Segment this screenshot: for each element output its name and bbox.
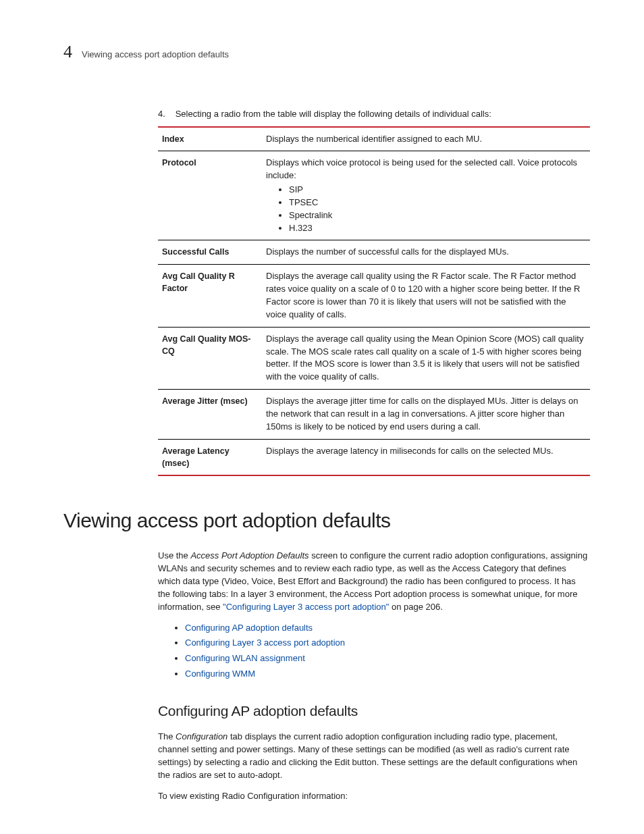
- table-row: Avg Call Quality R Factor Displays the a…: [158, 265, 590, 327]
- bullet-link[interactable]: Configuring Layer 3 access port adoption: [185, 637, 345, 648]
- table-row: Protocol Displays which voice protocol i…: [158, 151, 590, 240]
- list-item: Configuring Layer 3 access port adoption: [185, 637, 590, 650]
- section-intro: Use the Access Port Adoption Defaults sc…: [158, 550, 590, 613]
- table-row: Avg Call Quality MOS-CQ Displays the ave…: [158, 327, 590, 389]
- list-item: SIP: [289, 184, 585, 197]
- table-row: Index Displays the numberical identifier…: [158, 127, 590, 151]
- row-label: Protocol: [158, 151, 263, 240]
- link-bullets: Configuring AP adoption defaults Configu…: [158, 622, 590, 681]
- list-item: TPSEC: [289, 197, 585, 209]
- list-item: Configuring AP adoption defaults: [185, 622, 590, 635]
- row-desc: Displays the numberical identifier assig…: [263, 127, 590, 151]
- row-desc: Displays the average call quality using …: [263, 327, 590, 389]
- step-text: Selecting a radio from the table will di…: [176, 109, 491, 119]
- list-item: Spectralink: [289, 209, 585, 222]
- row-label: Average Latency (msec): [158, 439, 263, 475]
- intro-suffix: on page 206.: [389, 602, 443, 612]
- row-desc: Displays which voice protocol is being u…: [263, 151, 590, 240]
- list-item: H.323: [289, 222, 585, 235]
- running-title: Viewing access port adoption defaults: [82, 49, 229, 61]
- row-desc: Displays the average jitter time for cal…: [263, 390, 590, 440]
- row-desc: Displays the number of successful calls …: [263, 240, 590, 265]
- row-desc: Displays the average latency in miliseco…: [263, 439, 590, 475]
- intro-prefix: Use the: [158, 550, 190, 561]
- subsection-heading: Configuring AP adoption defaults: [158, 701, 590, 721]
- page-content: 4. Selecting a radio from the table will…: [158, 108, 590, 803]
- chapter-number: 4: [63, 39, 72, 65]
- step-number: 4.: [158, 108, 173, 121]
- row-desc: Displays the average call quality using …: [263, 265, 590, 327]
- step-line: 4. Selecting a radio from the table will…: [158, 108, 590, 121]
- intro-link[interactable]: "Configuring Layer 3 access port adoptio…: [223, 602, 389, 612]
- table-row: Average Latency (msec) Displays the aver…: [158, 439, 590, 475]
- call-details-table: Index Displays the numberical identifier…: [158, 126, 590, 476]
- p1-italic: Configuration: [176, 731, 227, 741]
- bullet-link[interactable]: Configuring WMM: [185, 669, 255, 679]
- protocol-list: SIP TPSEC Spectralink H.323: [266, 184, 585, 234]
- bullet-link[interactable]: Configuring AP adoption defaults: [185, 623, 313, 633]
- bullet-link[interactable]: Configuring WLAN assignment: [185, 653, 305, 663]
- subsection-p1: The Configuration tab displays the curre…: [158, 731, 590, 781]
- list-item: Configuring WLAN assignment: [185, 652, 590, 665]
- row-label: Avg Call Quality MOS-CQ: [158, 327, 263, 389]
- subsection-p2: To view existing Radio Configuration inf…: [158, 790, 590, 803]
- row-label: Avg Call Quality R Factor: [158, 265, 263, 327]
- table-row: Successful Calls Displays the number of …: [158, 240, 590, 265]
- row-label: Index: [158, 127, 263, 151]
- list-item: Configuring WMM: [185, 668, 590, 681]
- p1-prefix: The: [158, 731, 176, 741]
- intro-italic: Access Port Adoption Defaults: [190, 550, 308, 561]
- table-row: Average Jitter (msec) Displays the avera…: [158, 390, 590, 440]
- row-label: Average Jitter (msec): [158, 390, 263, 440]
- row-desc-intro: Displays which voice protocol is being u…: [266, 157, 577, 180]
- row-label: Successful Calls: [158, 240, 263, 265]
- page-header: 4 Viewing access port adoption defaults: [63, 39, 590, 65]
- section-heading: Viewing access port adoption defaults: [63, 506, 590, 536]
